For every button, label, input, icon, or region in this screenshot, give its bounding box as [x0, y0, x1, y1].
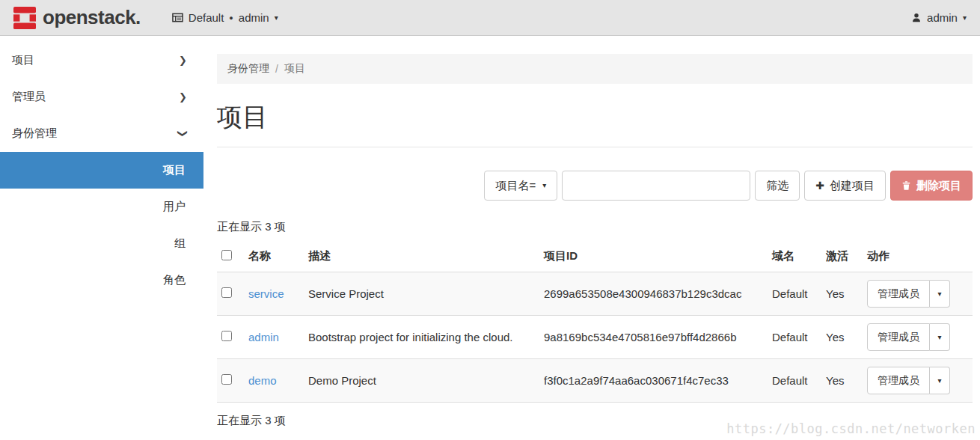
- chevron-right-icon: ❯: [179, 55, 187, 66]
- openstack-logo-icon: [13, 7, 36, 29]
- col-header-description: 描述: [304, 241, 539, 272]
- context-project-label: admin: [239, 11, 269, 24]
- row-checkbox[interactable]: [221, 331, 232, 341]
- sidebar-subitem-label: 用户: [163, 200, 186, 214]
- caret-down-icon: ▾: [275, 14, 278, 22]
- project-domain: Default: [768, 316, 821, 359]
- sidebar-subitem-users[interactable]: 用户: [0, 189, 203, 225]
- table-row: admin Bootstrap project for initializing…: [217, 316, 973, 359]
- topbar: openstack. Default ● admin ▾ admin ▾: [0, 0, 980, 36]
- project-name-link[interactable]: demo: [248, 374, 277, 387]
- row-action-split-button: 管理成员 ▾: [867, 280, 950, 308]
- context-domain-label: Default: [189, 11, 224, 24]
- project-id: 9a8169bc534e4705816e97bff4d2866b: [539, 316, 768, 359]
- project-domain: Default: [768, 272, 821, 316]
- sidebar-item-label: 身份管理: [12, 126, 57, 141]
- filter-field-selector[interactable]: 项目名= ▾: [484, 171, 557, 201]
- chevron-right-icon: ❯: [179, 91, 187, 103]
- sidebar-subitem-groups[interactable]: 组: [0, 225, 203, 262]
- context-switcher[interactable]: Default ● admin ▾: [172, 11, 278, 24]
- domain-list-icon: [172, 12, 183, 23]
- project-id: 2699a653508e4300946837b129c3dcac: [539, 272, 768, 316]
- col-header-actions: 动作: [863, 241, 973, 272]
- projects-table: 名称 描述 项目ID 域名 激活 动作 service Service Proj…: [217, 241, 973, 403]
- caret-down-icon: ▾: [963, 14, 967, 22]
- title-divider: [217, 147, 973, 147]
- project-active: Yes: [821, 359, 863, 403]
- project-active: Yes: [821, 316, 863, 359]
- sidebar-subitem-roles[interactable]: 角色: [0, 262, 203, 299]
- caret-down-icon: ▾: [542, 182, 546, 189]
- project-description: Bootstrap project for initializing the c…: [304, 316, 539, 359]
- openstack-horizon-app: openstack. Default ● admin ▾ admin ▾: [0, 0, 980, 440]
- project-id: f3f0c1a2a9f74aa6ac030671f4c7ec33: [539, 359, 768, 403]
- openstack-brand: openstack.: [13, 6, 141, 29]
- col-header-project-id: 项目ID: [539, 241, 768, 272]
- table-actions-row: 项目名= ▾ 筛选 ✚ 创建项目 删除项目: [217, 171, 973, 201]
- table-row: demo Demo Project f3f0c1a2a9f74aa6ac0306…: [217, 359, 973, 403]
- row-action-caret-button[interactable]: ▾: [930, 323, 950, 351]
- create-project-label: 创建项目: [830, 179, 875, 193]
- breadcrumb-separator: /: [275, 63, 278, 75]
- create-project-button[interactable]: ✚ 创建项目: [804, 171, 886, 201]
- caret-down-icon: ▾: [937, 290, 941, 298]
- user-menu-label: admin: [927, 11, 958, 24]
- sidebar-subitem-label: 角色: [163, 273, 186, 287]
- plus-icon: ✚: [815, 180, 824, 192]
- chevron-down-icon: ❯: [177, 129, 189, 138]
- sidebar-item-identity[interactable]: 身份管理 ❯: [0, 115, 203, 152]
- breadcrumb: 身份管理 / 项目: [217, 54, 973, 84]
- row-action-caret-button[interactable]: ▾: [930, 280, 950, 308]
- delete-project-button[interactable]: 删除项目: [890, 171, 973, 201]
- sidebar-item-label: 管理员: [12, 90, 46, 104]
- project-domain: Default: [768, 359, 821, 403]
- delete-project-label: 删除项目: [916, 179, 961, 193]
- project-name-link[interactable]: admin: [248, 331, 279, 343]
- items-count-bottom: 正在显示 3 项: [217, 414, 973, 428]
- filter-field-label: 项目名=: [495, 179, 536, 193]
- caret-down-icon: ▾: [937, 334, 941, 341]
- row-checkbox[interactable]: [221, 287, 232, 298]
- breadcrumb-parent-link[interactable]: 身份管理: [227, 62, 269, 76]
- col-header-active: 激活: [821, 241, 863, 272]
- row-action-split-button: 管理成员 ▾: [867, 323, 950, 351]
- row-checkbox[interactable]: [221, 374, 232, 385]
- filter-input[interactable]: [562, 171, 750, 201]
- row-action-caret-button[interactable]: ▾: [930, 367, 950, 394]
- brand-logo-text: openstack.: [43, 6, 141, 29]
- sidebar: 项目 ❯ 管理员 ❯ 身份管理 ❯ 项目 用户 组 角色: [0, 36, 203, 440]
- table-row: service Service Project 2699a653508e4300…: [217, 272, 973, 316]
- trash-icon: [901, 180, 911, 191]
- items-count-top: 正在显示 3 项: [217, 220, 973, 234]
- manage-members-button[interactable]: 管理成员: [867, 367, 930, 394]
- col-header-domain: 域名: [768, 241, 821, 272]
- col-header-name: 名称: [244, 241, 304, 272]
- user-menu[interactable]: admin ▾: [911, 11, 967, 24]
- manage-members-button[interactable]: 管理成员: [867, 323, 930, 351]
- sidebar-subitem-label: 项目: [163, 163, 186, 177]
- project-description: Demo Project: [304, 359, 539, 403]
- project-name-link[interactable]: service: [248, 287, 284, 300]
- page-title: 项目: [217, 100, 973, 135]
- project-description: Service Project: [304, 272, 539, 316]
- user-icon: [911, 13, 922, 23]
- sidebar-subitem-label: 组: [174, 236, 186, 251]
- row-action-split-button: 管理成员 ▾: [867, 367, 950, 394]
- sidebar-item-admin[interactable]: 管理员 ❯: [0, 79, 203, 115]
- main-content: 身份管理 / 项目 项目 项目名= ▾ 筛选 ✚ 创建项目: [203, 36, 980, 440]
- sidebar-item-project[interactable]: 项目 ❯: [0, 42, 203, 79]
- sidebar-subitem-projects[interactable]: 项目: [0, 152, 203, 189]
- context-separator-dot: ●: [229, 14, 233, 22]
- sidebar-item-label: 项目: [12, 53, 34, 67]
- manage-members-button[interactable]: 管理成员: [867, 280, 930, 308]
- breadcrumb-current: 项目: [284, 62, 305, 76]
- filter-button-label: 筛选: [766, 179, 788, 193]
- filter-button[interactable]: 筛选: [755, 171, 800, 201]
- select-all-checkbox[interactable]: [221, 250, 232, 260]
- table-header-row: 名称 描述 项目ID 域名 激活 动作: [217, 241, 973, 272]
- project-active: Yes: [821, 272, 863, 316]
- caret-down-icon: ▾: [937, 377, 941, 385]
